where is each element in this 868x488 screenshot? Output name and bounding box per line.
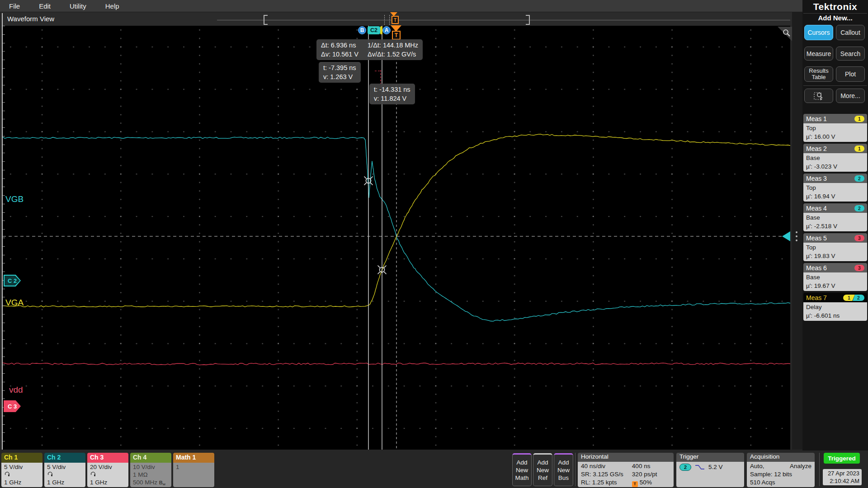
meas-7-panel[interactable]: Meas 7 12 Delay µ': -6.601 ns bbox=[803, 293, 867, 321]
probe-icon bbox=[47, 471, 54, 477]
ch-bandwidth: 500 MHz bbox=[133, 479, 157, 486]
meas-1-panel[interactable]: Meas 1 1 Top µ': 16.00 V bbox=[803, 114, 867, 142]
meas-5-panel[interactable]: Meas 5 3 Top µ': 19.83 V bbox=[803, 233, 867, 261]
source-badge: 1 bbox=[854, 116, 864, 122]
slope: Δv/Δt: 1.52 GV/s bbox=[368, 50, 418, 59]
delta-t: Δt: 6.936 ns bbox=[321, 41, 359, 50]
acquisition-panel[interactable]: Acquisition Auto,Analyze Sample: 12 bits… bbox=[747, 453, 815, 487]
ch-scale: 5 V/div bbox=[47, 463, 83, 471]
trigger-source-badge: 2 bbox=[679, 464, 691, 471]
callout-button[interactable]: Callout bbox=[836, 25, 865, 40]
cursors-button[interactable]: Cursors bbox=[804, 25, 833, 40]
ch-bandwidth: 1 GHz bbox=[4, 479, 40, 486]
cursor-a-badge[interactable]: A bbox=[382, 26, 391, 34]
time: 2:10:42 AM bbox=[825, 477, 859, 485]
cursor-b-readout: t: -14.331 ns v: 11.824 V bbox=[369, 84, 415, 104]
graticule-left-ticks bbox=[3, 26, 5, 450]
cursor-level-arrow-icon[interactable] bbox=[782, 231, 790, 241]
meas-type: Top bbox=[806, 124, 864, 132]
add-new-bus-button[interactable]: AddNewBus bbox=[554, 453, 573, 486]
datetime-display: 27 Apr 2023 2:10:42 AM bbox=[823, 469, 862, 485]
search-button[interactable]: Search bbox=[836, 47, 865, 61]
source-badge: 1 bbox=[854, 145, 864, 152]
ch-bandwidth: 1 GHz bbox=[90, 479, 126, 486]
ch-bandwidth: 1 GHz bbox=[47, 479, 83, 486]
ch-scale: 20 V/div bbox=[90, 463, 126, 471]
meas-value: µ': 16.00 V bbox=[806, 132, 864, 141]
h-window: 400 ns bbox=[632, 462, 670, 470]
falling-edge-icon bbox=[695, 464, 705, 470]
meas-value: µ': -2.518 V bbox=[806, 222, 864, 230]
add-new-ref-button[interactable]: AddNewRef bbox=[533, 453, 552, 486]
label-vdd: vdd bbox=[9, 385, 23, 395]
trigger-flag-icon[interactable]: T bbox=[392, 31, 401, 40]
ch-scale: 5 V/div bbox=[4, 463, 40, 471]
add-new-math-button[interactable]: AddNewMath bbox=[512, 453, 532, 486]
meas-type: Base bbox=[806, 213, 864, 222]
channel-2-badge[interactable]: Ch 2 5 V/div 1 GHz bbox=[44, 453, 85, 487]
trigger-status-badge[interactable]: Triggered bbox=[824, 453, 860, 464]
acq-analyze: Analyze bbox=[790, 462, 811, 470]
h-sample-rate: SR: 3.125 GS/s bbox=[581, 470, 632, 479]
meas-2-panel[interactable]: Meas 2 1 Base µ': -3.023 V bbox=[803, 144, 867, 172]
trigger-panel[interactable]: Trigger 2 5.2 V bbox=[676, 453, 744, 487]
ruler-cursor-tick-b bbox=[384, 15, 385, 25]
acq-mode: Auto, bbox=[750, 462, 764, 470]
menu-file[interactable]: File bbox=[9, 2, 20, 10]
zoom-tool-button[interactable] bbox=[804, 89, 833, 103]
meas-value: µ': -6.601 ns bbox=[806, 311, 864, 320]
measure-button[interactable]: Measure bbox=[804, 47, 833, 61]
label-vga: VGA bbox=[5, 298, 24, 308]
cursor-b-badge[interactable]: B bbox=[358, 26, 366, 34]
window-title: Waveform View bbox=[7, 15, 54, 23]
meas-type: Base bbox=[806, 154, 864, 162]
magnifier-icon bbox=[781, 28, 791, 38]
h-record-length: RL: 1.25 kpts bbox=[581, 479, 632, 487]
cursor-source-c2-badge[interactable]: C2 bbox=[368, 26, 380, 34]
meas-3-panel[interactable]: Meas 3 2 Top µ': 16.94 V bbox=[803, 174, 867, 202]
meas-value: µ': -3.023 V bbox=[806, 162, 864, 171]
meas-6-panel[interactable]: Meas 6 3 Base µ': 19.67 V bbox=[803, 263, 867, 291]
ch-impedance: 1 MΩ bbox=[133, 471, 169, 479]
math-1-badge[interactable]: Math 1 1 bbox=[173, 453, 214, 487]
trace-vdd-ch3 bbox=[3, 363, 790, 365]
sidebar-divider bbox=[803, 13, 867, 14]
splitter-gutter[interactable] bbox=[792, 12, 802, 450]
source-badge: 3 bbox=[854, 235, 864, 241]
channel-4-badge[interactable]: Ch 4 10 V/div 1 MΩ 500 MHz Bw bbox=[130, 453, 171, 487]
cursor-delta-readout: Δt: 6.936 ns 1/Δt: 144.18 MHz Δv: 10.561… bbox=[316, 39, 423, 60]
cursor-b-time: t: -14.331 ns bbox=[374, 85, 410, 94]
delta-v: Δv: 10.561 V bbox=[321, 50, 359, 59]
cursor-a-readout: t: -7.395 ns v: 1.263 V bbox=[319, 62, 361, 83]
channel-3-badge[interactable]: Ch 3 20 V/div 1 GHz bbox=[87, 453, 128, 487]
meas-value: µ': 19.83 V bbox=[806, 252, 864, 260]
h-position: 50% bbox=[640, 479, 652, 486]
ch-scale: 10 V/div bbox=[133, 463, 169, 471]
acq-count: 510 Acqs bbox=[750, 479, 811, 487]
menu-utility[interactable]: Utility bbox=[70, 2, 86, 10]
meas-value: µ': 19.67 V bbox=[806, 282, 864, 290]
probe-icon bbox=[4, 471, 11, 477]
zoom-select-icon bbox=[813, 90, 824, 101]
ruler-trigger-flag-icon[interactable]: T bbox=[392, 16, 399, 24]
cursor-a-voltage: v: 1.263 V bbox=[323, 72, 356, 81]
more-button[interactable]: More... bbox=[836, 89, 865, 103]
sidebar-divider bbox=[803, 85, 867, 86]
plot-button[interactable]: Plot bbox=[836, 66, 865, 82]
h-scale: 40 ns/div bbox=[581, 462, 632, 470]
horizontal-panel[interactable]: Horizontal 40 ns/div400 ns SR: 3.125 GS/… bbox=[578, 453, 674, 487]
cursor-a-time: t: -7.395 ns bbox=[323, 63, 356, 72]
menu-help[interactable]: Help bbox=[105, 2, 119, 10]
meas-4-panel[interactable]: Meas 4 2 Base µ': -2.518 V bbox=[803, 203, 867, 231]
channel-1-badge[interactable]: Ch 1 5 V/div 1 GHz bbox=[1, 453, 42, 487]
date: 27 Apr 2023 bbox=[825, 469, 859, 477]
acq-sample: Sample: 12 bits bbox=[750, 470, 811, 479]
label-vgb: VGB bbox=[5, 194, 24, 204]
probe-icon bbox=[90, 471, 97, 477]
menu-edit[interactable]: Edit bbox=[39, 2, 51, 10]
menu-bar: File Edit Utility Help bbox=[0, 0, 868, 12]
meas-type: Top bbox=[806, 243, 864, 252]
ruler-cursor-tick-a bbox=[389, 15, 390, 25]
meas-type: Top bbox=[806, 183, 864, 192]
results-table-button[interactable]: Results Table bbox=[804, 66, 833, 82]
